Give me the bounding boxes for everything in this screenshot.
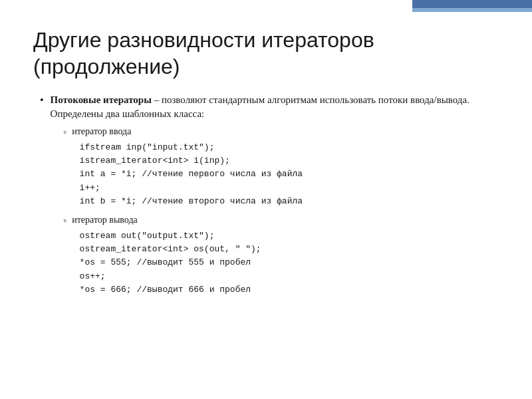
code-line-input-3: int a = *i; //чтение первого числа из фа… [80,168,499,181]
sub-item-output: ▫ итератор вывода [64,213,499,227]
sub-arrow-1: ▫ [64,126,67,138]
code-block-input: ifstream inp("input.txt"); istream_itera… [80,141,499,208]
code-line-input-2: istream_iterator<int> i(inp); [80,154,499,168]
code-line-output-4: os++; [80,270,499,283]
slide-container: Другие разновидности итераторов (продолж… [0,0,532,399]
slide-title: Другие разновидности итераторов (продолж… [33,27,499,80]
main-bullet: • Потоковые итераторы – позволяют станда… [40,93,499,302]
code-block-output: ostream out("output.txt"); ostream_itera… [80,229,499,297]
code-line-input-5: int b = *i; //чтение второго числа из фа… [80,195,499,208]
code-line-output-2: ostream_iterator<int> os(out, " "); [80,243,499,256]
content-area: • Потоковые итераторы – позволяют станда… [33,93,499,302]
sub-arrow-2: ▫ [64,215,67,227]
code-line-output-1: ostream out("output.txt"); [80,229,499,243]
code-line-output-3: *os = 555; //выводит 555 и пробел [80,256,499,269]
accent-bar-top [412,0,532,8]
accent-bar-bottom [412,8,532,12]
main-bullet-bold: Потоковые итераторы [51,94,152,105]
sub-item-input: ▫ итератор ввода [64,125,499,138]
code-line-input-4: i++; [80,182,499,195]
main-bullet-text: Потоковые итераторы – позволяют стандарт… [51,93,499,302]
sub-list: ▫ итератор ввода ifstream inp("input.txt… [64,125,499,297]
bullet-dot: • [40,94,44,106]
sub-label-input: итератор ввода [72,125,131,138]
code-line-output-5: *os = 666; //выводит 666 и пробел [80,283,499,297]
sub-label-output: итератор вывода [72,213,138,227]
code-line-input-1: ifstream inp("input.txt"); [80,141,499,154]
